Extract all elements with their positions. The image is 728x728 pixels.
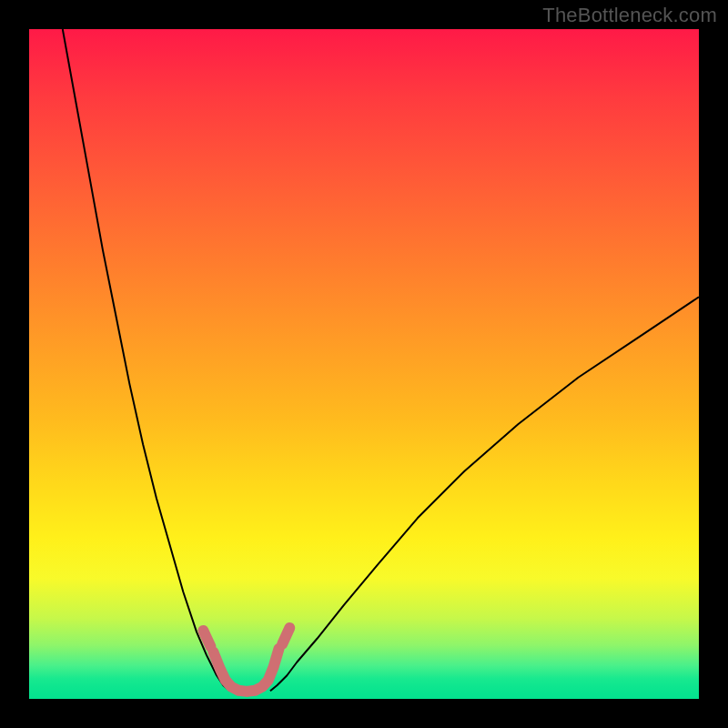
- chart-gradient-plot: [29, 29, 699, 699]
- watermark-text: TheBottleneck.com: [542, 4, 717, 27]
- chart-frame: TheBottleneck.com: [0, 0, 728, 728]
